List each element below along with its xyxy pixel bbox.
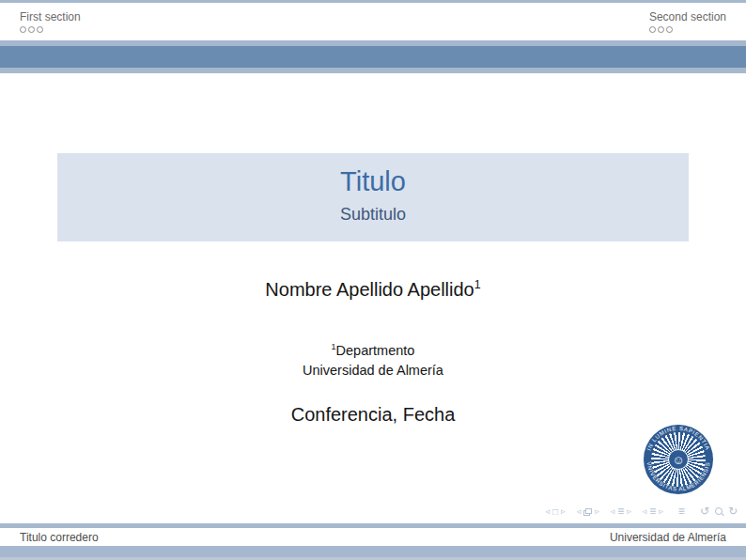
appendix-nav-group: ≡ (678, 505, 685, 519)
author-name: Nombre Apellido Apellido (265, 279, 474, 300)
institute-department-line: 1Departmento (0, 337, 746, 361)
slide-nav-group: ◃ □ ▹ (546, 505, 566, 519)
prev-frame-icon[interactable]: ◃ (577, 505, 582, 519)
prev-slide-icon[interactable]: ◃ (546, 505, 551, 519)
header-second-section: Second section (649, 10, 726, 40)
institute-university: Universidad de Almería (0, 361, 746, 381)
subsection-nav-group: ◃ ≡ ▹ (611, 505, 631, 519)
slide-dot[interactable] (37, 26, 43, 33)
title-block: Titulo Subtitulo (57, 153, 689, 241)
seal-university-name: VNIVERSITAS ALMERIENSIS (646, 461, 711, 492)
first-section-dots (20, 26, 81, 34)
footline: Titulo corredero Universidad de Almería (0, 528, 746, 546)
search-icon[interactable] (715, 507, 723, 515)
header-band (0, 40, 746, 73)
next-section-icon[interactable]: ▹ (659, 505, 663, 519)
seal-ring-text: IN LUMINE SAPIENTIA VNIVERSITAS ALMERIEN… (644, 425, 713, 494)
slide-dot[interactable] (20, 26, 26, 33)
slide-dot[interactable] (28, 26, 35, 33)
slide-subtitle: Subtitulo (57, 204, 689, 225)
section-nav-group: ◃ ≡ ▹ (643, 505, 663, 519)
header-first-section: First section (20, 10, 81, 40)
institute-department: Departmento (336, 343, 415, 358)
section-icon[interactable]: ≡ (649, 505, 656, 519)
section-header: First section Second section (0, 3, 746, 40)
go-back-icon[interactable]: ↺ (700, 505, 709, 519)
appendix-icon[interactable]: ≡ (678, 505, 685, 519)
slide-title: Titulo (57, 166, 689, 197)
author-footnote-mark: 1 (474, 278, 481, 291)
subsection-icon[interactable]: ≡ (617, 505, 624, 519)
footline-university: Universidad de Almería (610, 531, 726, 544)
second-section-label[interactable]: Second section (649, 10, 726, 23)
footline-short-title: Titulo corredero (20, 531, 99, 544)
prev-section-icon[interactable]: ◃ (643, 505, 647, 519)
header-band-dark (0, 46, 746, 68)
university-seal-logo: ☺ IN LUMINE SAPIENTIA VNIVERSITAS ALMERI… (644, 425, 713, 494)
beamer-title-slide: First section Second section Titulo Subt… (0, 0, 746, 560)
history-nav-group: ↺ ↻ (700, 505, 738, 519)
author-line: Nombre Apellido Apellido1 (0, 278, 746, 301)
svg-text:IN LUMINE SAPIENTIA: IN LUMINE SAPIENTIA (646, 426, 711, 451)
slide-icon[interactable]: □ (552, 505, 558, 519)
svg-text:VNIVERSITAS ALMERIENSIS: VNIVERSITAS ALMERIENSIS (646, 461, 711, 492)
header-band-light-bottom (0, 68, 746, 73)
beamer-navigation-bar: ◃ □ ▹ ◃ ▹ ◃ ≡ ▹ ◃ ≡ ▹ ≡ ↺ ↻ (546, 505, 738, 519)
go-forward-icon[interactable]: ↻ (728, 505, 738, 519)
bottom-band (0, 546, 746, 557)
second-section-dots (649, 26, 726, 34)
first-section-label[interactable]: First section (20, 10, 81, 23)
next-slide-icon[interactable]: ▹ (561, 505, 566, 519)
next-frame-icon[interactable]: ▹ (595, 505, 599, 519)
seal-motto: IN LUMINE SAPIENTIA (646, 426, 711, 451)
next-subsection-icon[interactable]: ▹ (627, 505, 631, 519)
frame-nav-group: ◃ ▹ (577, 505, 599, 519)
institute-block: 1Departmento Universidad de Almería (0, 337, 746, 381)
conference-date: Conferencia, Fecha (0, 404, 746, 426)
slide-dot[interactable] (666, 26, 673, 33)
slide-dot[interactable] (649, 26, 656, 33)
frame-icon[interactable] (583, 508, 592, 516)
prev-subsection-icon[interactable]: ◃ (611, 505, 615, 519)
slide-dot[interactable] (658, 26, 664, 33)
